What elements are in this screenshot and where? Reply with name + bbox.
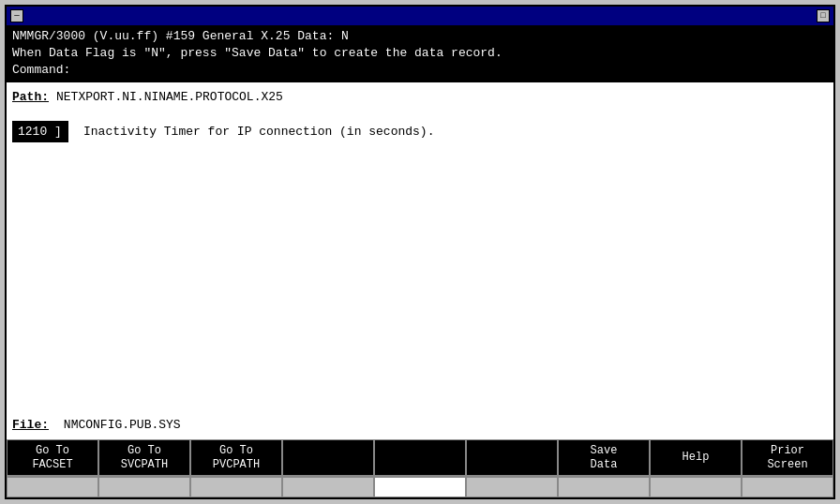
row2-cell-1: [7, 477, 98, 497]
title-bar: ─ □: [7, 7, 833, 25]
go-to-pvcpath-button[interactable]: Go ToPVCPATH: [190, 439, 282, 476]
go-to-svcpath-button[interactable]: Go ToSVCPATH: [98, 439, 190, 476]
row2-cell-9: [742, 477, 833, 497]
file-label: File:: [12, 418, 49, 432]
row2-cell-8: [650, 477, 742, 497]
header-line2: When Data Flag is "N", press "Save Data"…: [12, 45, 828, 62]
row2-cell-3: [190, 477, 282, 497]
header-line1: NMMGR/3000 (V.uu.ff) #159 General X.25 D…: [12, 28, 828, 45]
minimize-button[interactable]: ─: [10, 9, 23, 22]
row2-cell-7: [558, 477, 650, 497]
main-window: ─ □ NMMGR/3000 (V.uu.ff) #159 General X.…: [5, 5, 835, 499]
file-value: NMCONFIG.PUB.SYS: [64, 418, 181, 432]
button-empty-5: [374, 439, 466, 476]
header-section: NMMGR/3000 (V.uu.ff) #159 General X.25 D…: [7, 25, 833, 82]
row2-cell-4: [282, 477, 374, 497]
button-row-2: [7, 476, 833, 497]
go-to-facset-button[interactable]: Go ToFACSET: [7, 439, 98, 476]
maximize-button[interactable]: □: [817, 9, 830, 22]
row2-cell-6: [466, 477, 558, 497]
button-empty-6: [466, 439, 558, 476]
path-label: Path:: [12, 90, 49, 104]
field-description: Inactivity Timer for IP connection (in s…: [83, 125, 434, 139]
inactivity-timer-input[interactable]: 1210 ]: [12, 121, 68, 142]
button-row-1: Go ToFACSET Go ToSVCPATH Go ToPVCPATH Sa…: [7, 439, 833, 476]
save-data-button[interactable]: SaveData: [558, 439, 650, 476]
title-bar-right: □: [817, 9, 830, 22]
header-line3: Command:: [12, 62, 828, 79]
title-bar-left: ─: [10, 9, 23, 22]
row2-cell-5: [374, 477, 466, 497]
row2-cell-2: [98, 477, 190, 497]
button-empty-4: [282, 439, 374, 476]
main-content: Path: NETXPORT.NI.NINAME.PROTOCOL.X25 12…: [7, 82, 833, 440]
button-area: Go ToFACSET Go ToSVCPATH Go ToPVCPATH Sa…: [7, 439, 833, 497]
file-section: File: NMCONFIG.PUB.SYS: [12, 410, 828, 432]
path-value: NETXPORT.NI.NINAME.PROTOCOL.X25: [56, 90, 283, 104]
help-button[interactable]: Help: [650, 439, 742, 476]
prior-screen-button[interactable]: PriorScreen: [742, 439, 833, 476]
field-row: 1210 ] Inactivity Timer for IP connectio…: [12, 121, 828, 142]
path-row: Path: NETXPORT.NI.NINAME.PROTOCOL.X25: [12, 90, 828, 104]
